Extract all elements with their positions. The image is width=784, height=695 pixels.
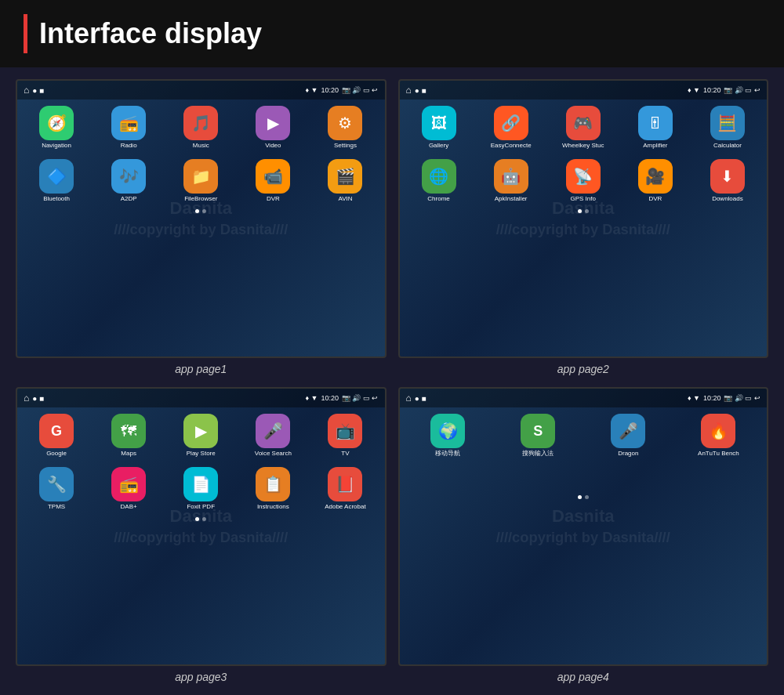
app-video[interactable]: ▶ Video [238, 106, 307, 150]
app-radio[interactable]: 📻 Radio [94, 106, 163, 150]
app-navigation[interactable]: 🧭 Navigation [22, 106, 91, 150]
app-easyconnecte[interactable]: 🔗 EasyConnecte [477, 106, 546, 150]
app-wheelkey[interactable]: 🎮 Wheelkey Stuc [549, 106, 618, 150]
dots-page1 [17, 206, 385, 216]
app-settings[interactable]: ⚙ Settings [310, 106, 379, 150]
app-downloads[interactable]: ⬇ Downloads [693, 159, 762, 203]
apps-grid-page3-row1: G Google 🗺 Maps ▶ Play Store 🎤 Voice Sea… [17, 407, 385, 461]
tv-label: TV [341, 451, 349, 458]
app-dvr1[interactable]: 📹 DVR [238, 159, 307, 203]
app-tpms[interactable]: 🔧 TPMS [22, 467, 91, 511]
dots-page3 [17, 514, 385, 524]
voicesearch-label: Voice Search [255, 451, 292, 458]
app-sougou[interactable]: S 搜狗输入法 [495, 414, 582, 458]
calculator-label: Calculator [713, 143, 742, 150]
app-gallery[interactable]: 🖼 Gallery [405, 106, 474, 150]
dvr2-label: DVR [648, 196, 662, 203]
app-apkinstaller[interactable]: 🤖 ApkInstaller [477, 159, 546, 203]
music-label: Music [193, 143, 209, 150]
downloads-label: Downloads [712, 196, 743, 203]
page4-container: Dasnita////copyright by Dasnita//// ⌂ ● … [398, 387, 769, 683]
app-dragon[interactable]: 🎤 Dragon [585, 414, 672, 458]
app-yidong[interactable]: 🌍 移动导航 [405, 414, 492, 458]
instructions-label: Instructions [257, 504, 289, 511]
dragon-icon: 🎤 [611, 414, 645, 448]
app-instructions[interactable]: 📋 Instructions [238, 467, 307, 511]
page1-label: app page1 [175, 363, 227, 375]
dot1 [195, 209, 199, 213]
instructions-icon: 📋 [256, 467, 290, 501]
yidong-label: 移动导航 [435, 451, 460, 458]
radio-icon: 📻 [111, 106, 146, 140]
music-icon: 🎵 [183, 106, 218, 140]
statusbar1: ⌂ ● ■ ♦ ▼ 10:20 📷 🔊 ▭ ↩ [17, 81, 385, 100]
dot2-p4 [585, 495, 589, 499]
radio-label: Radio [121, 143, 137, 150]
app-avin[interactable]: 🎬 AVIN [310, 159, 379, 203]
dot2-p2 [585, 209, 589, 213]
pages-grid: Dasnita////copyright by Dasnita//// ⌂ ● … [0, 67, 784, 695]
accent-bar [24, 14, 27, 53]
foxitpdf-icon: 📄 [183, 467, 218, 501]
playstore-icon: ▶ [183, 414, 218, 448]
avin-label: AVIN [338, 196, 352, 203]
apps-grid-page2-row2: 🌐 Chrome 🤖 ApkInstaller 📡 GPS Info 🎥 DVR… [400, 153, 768, 206]
yidong-icon: 🌍 [430, 414, 465, 448]
google-label: Google [46, 451, 67, 458]
amplifier-icon: 🎚 [638, 106, 673, 140]
app-music[interactable]: 🎵 Music [166, 106, 235, 150]
statusbar4: ⌂ ● ■ ♦ ▼ 10:20 📷 🔊 ▭ ↩ [400, 389, 768, 407]
app-chrome[interactable]: 🌐 Chrome [405, 159, 474, 203]
maps-label: Maps [121, 451, 136, 458]
page-title: Interface display [39, 17, 262, 50]
app-dvr2[interactable]: 🎥 DVR [621, 159, 690, 203]
app-filebrowser[interactable]: 📁 FileBrowser [166, 159, 235, 203]
dvr1-label: DVR [267, 196, 280, 203]
dvr2-icon: 🎥 [638, 159, 673, 194]
wheelkey-icon: 🎮 [566, 106, 601, 140]
dabplus-label: DAB+ [121, 504, 137, 511]
sougou-label: 搜狗输入法 [522, 451, 554, 458]
sougou-icon: S [521, 414, 555, 448]
settings-icon: ⚙ [328, 106, 362, 140]
gpsinfo-icon: 📡 [566, 159, 601, 194]
dot2 [202, 209, 206, 213]
app-playstore[interactable]: ▶ Play Store [166, 414, 235, 458]
avin-icon: 🎬 [328, 159, 362, 194]
app-amplifier[interactable]: 🎚 Amplifier [621, 106, 690, 150]
app-antutu[interactable]: 🔥 AnTuTu Bench [675, 414, 762, 458]
settings-label: Settings [334, 143, 357, 150]
page1-container: Dasnita////copyright by Dasnita//// ⌂ ● … [16, 79, 387, 375]
dots-page2 [400, 206, 768, 216]
app-adobeacrobat[interactable]: 📕 Adobe Acrobat [310, 467, 379, 511]
app-tv[interactable]: 📺 TV [310, 414, 379, 458]
screen-page4: Dasnita////copyright by Dasnita//// ⌂ ● … [398, 387, 769, 666]
apkinstaller-label: ApkInstaller [495, 196, 528, 203]
app-gpsinfo[interactable]: 📡 GPS Info [549, 159, 618, 203]
maps-icon: 🗺 [111, 414, 146, 448]
chrome-icon: 🌐 [422, 159, 456, 194]
google-icon: G [39, 414, 74, 448]
page3-container: Dasnita////copyright by Dasnita//// ⌂ ● … [16, 387, 387, 683]
page3-label: app page3 [175, 671, 227, 683]
voicesearch-icon: 🎤 [256, 414, 290, 448]
a2dp-label: A2DP [121, 196, 137, 203]
apps-grid-page3-row2: 🔧 TPMS 📻 DAB+ 📄 Foxit PDF 📋 Instructions… [17, 461, 385, 514]
app-a2dp[interactable]: 🎶 A2DP [94, 159, 163, 203]
app-dabplus[interactable]: 📻 DAB+ [94, 467, 163, 511]
app-bluetooth[interactable]: 🔷 Bluetooth [22, 159, 91, 203]
dot1-p3 [195, 517, 199, 521]
app-google[interactable]: G Google [22, 414, 91, 458]
app-voicesearch[interactable]: 🎤 Voice Search [238, 414, 307, 458]
screen-page1: Dasnita////copyright by Dasnita//// ⌂ ● … [16, 79, 387, 358]
apps-grid-page1-row1: 🧭 Navigation 📻 Radio 🎵 Music ▶ Video ⚙ [17, 100, 385, 153]
app-maps[interactable]: 🗺 Maps [94, 414, 163, 458]
app-calculator[interactable]: 🧮 Calculator [693, 106, 762, 150]
bluetooth-icon: 🔷 [39, 159, 74, 194]
gallery-label: Gallery [429, 143, 448, 150]
playstore-label: Play Store [187, 451, 216, 458]
watermark4: Dasnita////copyright by Dasnita//// [496, 506, 670, 547]
gpsinfo-label: GPS Info [571, 196, 596, 203]
app-foxitpdf[interactable]: 📄 Foxit PDF [166, 467, 235, 511]
tpms-icon: 🔧 [39, 467, 74, 501]
